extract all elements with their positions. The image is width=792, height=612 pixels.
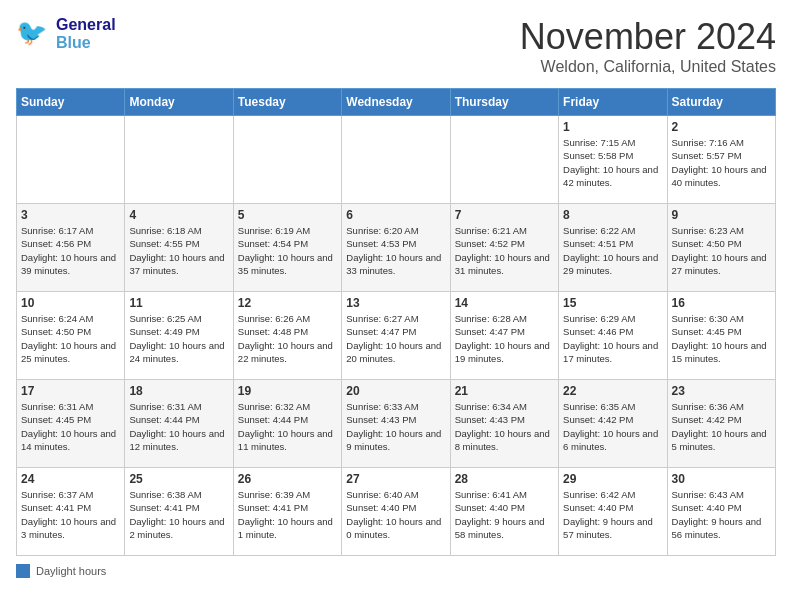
- day-info: Sunrise: 6:38 AM Sunset: 4:41 PM Dayligh…: [129, 488, 228, 541]
- day-number: 6: [346, 208, 445, 222]
- logo-line2: Blue: [56, 34, 116, 52]
- day-number: 10: [21, 296, 120, 310]
- day-info: Sunrise: 6:29 AM Sunset: 4:46 PM Dayligh…: [563, 312, 662, 365]
- day-number: 20: [346, 384, 445, 398]
- day-number: 25: [129, 472, 228, 486]
- day-header-tuesday: Tuesday: [233, 89, 341, 116]
- day-info: Sunrise: 6:40 AM Sunset: 4:40 PM Dayligh…: [346, 488, 445, 541]
- calendar-cell: 3Sunrise: 6:17 AM Sunset: 4:56 PM Daylig…: [17, 204, 125, 292]
- day-info: Sunrise: 6:19 AM Sunset: 4:54 PM Dayligh…: [238, 224, 337, 277]
- day-info: Sunrise: 6:32 AM Sunset: 4:44 PM Dayligh…: [238, 400, 337, 453]
- legend-box: [16, 564, 30, 578]
- calendar-cell: 17Sunrise: 6:31 AM Sunset: 4:45 PM Dayli…: [17, 380, 125, 468]
- week-row-2: 3Sunrise: 6:17 AM Sunset: 4:56 PM Daylig…: [17, 204, 776, 292]
- calendar-cell: 2Sunrise: 7:16 AM Sunset: 5:57 PM Daylig…: [667, 116, 775, 204]
- title-block: November 2024 Weldon, California, United…: [520, 16, 776, 76]
- day-number: 14: [455, 296, 554, 310]
- week-row-4: 17Sunrise: 6:31 AM Sunset: 4:45 PM Dayli…: [17, 380, 776, 468]
- day-info: Sunrise: 6:39 AM Sunset: 4:41 PM Dayligh…: [238, 488, 337, 541]
- day-info: Sunrise: 6:43 AM Sunset: 4:40 PM Dayligh…: [672, 488, 771, 541]
- day-info: Sunrise: 6:42 AM Sunset: 4:40 PM Dayligh…: [563, 488, 662, 541]
- day-info: Sunrise: 6:34 AM Sunset: 4:43 PM Dayligh…: [455, 400, 554, 453]
- day-number: 21: [455, 384, 554, 398]
- day-number: 29: [563, 472, 662, 486]
- day-number: 26: [238, 472, 337, 486]
- day-number: 5: [238, 208, 337, 222]
- week-row-1: 1Sunrise: 7:15 AM Sunset: 5:58 PM Daylig…: [17, 116, 776, 204]
- day-number: 11: [129, 296, 228, 310]
- day-info: Sunrise: 6:31 AM Sunset: 4:44 PM Dayligh…: [129, 400, 228, 453]
- day-number: 30: [672, 472, 771, 486]
- day-info: Sunrise: 6:30 AM Sunset: 4:45 PM Dayligh…: [672, 312, 771, 365]
- day-header-friday: Friday: [559, 89, 667, 116]
- calendar-cell: [342, 116, 450, 204]
- svg-text:🐦: 🐦: [16, 17, 48, 48]
- calendar-cell: 18Sunrise: 6:31 AM Sunset: 4:44 PM Dayli…: [125, 380, 233, 468]
- day-number: 8: [563, 208, 662, 222]
- day-number: 3: [21, 208, 120, 222]
- calendar-body: 1Sunrise: 7:15 AM Sunset: 5:58 PM Daylig…: [17, 116, 776, 556]
- calendar-cell: 7Sunrise: 6:21 AM Sunset: 4:52 PM Daylig…: [450, 204, 558, 292]
- day-info: Sunrise: 7:16 AM Sunset: 5:57 PM Dayligh…: [672, 136, 771, 189]
- day-header-saturday: Saturday: [667, 89, 775, 116]
- day-header-monday: Monday: [125, 89, 233, 116]
- calendar-cell: 20Sunrise: 6:33 AM Sunset: 4:43 PM Dayli…: [342, 380, 450, 468]
- calendar-cell: 29Sunrise: 6:42 AM Sunset: 4:40 PM Dayli…: [559, 468, 667, 556]
- calendar-cell: 25Sunrise: 6:38 AM Sunset: 4:41 PM Dayli…: [125, 468, 233, 556]
- calendar-cell: 14Sunrise: 6:28 AM Sunset: 4:47 PM Dayli…: [450, 292, 558, 380]
- day-info: Sunrise: 6:37 AM Sunset: 4:41 PM Dayligh…: [21, 488, 120, 541]
- day-info: Sunrise: 6:36 AM Sunset: 4:42 PM Dayligh…: [672, 400, 771, 453]
- day-number: 24: [21, 472, 120, 486]
- day-info: Sunrise: 6:18 AM Sunset: 4:55 PM Dayligh…: [129, 224, 228, 277]
- day-header-wednesday: Wednesday: [342, 89, 450, 116]
- day-number: 15: [563, 296, 662, 310]
- calendar-cell: 11Sunrise: 6:25 AM Sunset: 4:49 PM Dayli…: [125, 292, 233, 380]
- calendar-cell: 15Sunrise: 6:29 AM Sunset: 4:46 PM Dayli…: [559, 292, 667, 380]
- month-title: November 2024: [520, 16, 776, 58]
- day-info: Sunrise: 6:35 AM Sunset: 4:42 PM Dayligh…: [563, 400, 662, 453]
- day-info: Sunrise: 6:31 AM Sunset: 4:45 PM Dayligh…: [21, 400, 120, 453]
- day-header-sunday: Sunday: [17, 89, 125, 116]
- calendar-cell: 16Sunrise: 6:30 AM Sunset: 4:45 PM Dayli…: [667, 292, 775, 380]
- day-info: Sunrise: 6:28 AM Sunset: 4:47 PM Dayligh…: [455, 312, 554, 365]
- day-info: Sunrise: 6:17 AM Sunset: 4:56 PM Dayligh…: [21, 224, 120, 277]
- logo-line1: General: [56, 16, 116, 34]
- calendar-cell: 9Sunrise: 6:23 AM Sunset: 4:50 PM Daylig…: [667, 204, 775, 292]
- day-info: Sunrise: 6:22 AM Sunset: 4:51 PM Dayligh…: [563, 224, 662, 277]
- day-info: Sunrise: 6:23 AM Sunset: 4:50 PM Dayligh…: [672, 224, 771, 277]
- calendar-cell: 13Sunrise: 6:27 AM Sunset: 4:47 PM Dayli…: [342, 292, 450, 380]
- day-number: 7: [455, 208, 554, 222]
- day-info: Sunrise: 6:26 AM Sunset: 4:48 PM Dayligh…: [238, 312, 337, 365]
- calendar-cell: 28Sunrise: 6:41 AM Sunset: 4:40 PM Dayli…: [450, 468, 558, 556]
- day-info: Sunrise: 6:20 AM Sunset: 4:53 PM Dayligh…: [346, 224, 445, 277]
- calendar-cell: 8Sunrise: 6:22 AM Sunset: 4:51 PM Daylig…: [559, 204, 667, 292]
- calendar-cell: 4Sunrise: 6:18 AM Sunset: 4:55 PM Daylig…: [125, 204, 233, 292]
- day-number: 18: [129, 384, 228, 398]
- calendar-cell: 30Sunrise: 6:43 AM Sunset: 4:40 PM Dayli…: [667, 468, 775, 556]
- calendar-cell: 5Sunrise: 6:19 AM Sunset: 4:54 PM Daylig…: [233, 204, 341, 292]
- day-number: 22: [563, 384, 662, 398]
- logo-icon: 🐦: [16, 16, 52, 52]
- legend-label: Daylight hours: [36, 565, 106, 577]
- day-number: 2: [672, 120, 771, 134]
- day-number: 27: [346, 472, 445, 486]
- day-info: Sunrise: 6:41 AM Sunset: 4:40 PM Dayligh…: [455, 488, 554, 541]
- page-header: 🐦 General Blue November 2024 Weldon, Cal…: [16, 16, 776, 76]
- calendar-cell: 24Sunrise: 6:37 AM Sunset: 4:41 PM Dayli…: [17, 468, 125, 556]
- calendar-cell: 12Sunrise: 6:26 AM Sunset: 4:48 PM Dayli…: [233, 292, 341, 380]
- day-number: 9: [672, 208, 771, 222]
- calendar-cell: 6Sunrise: 6:20 AM Sunset: 4:53 PM Daylig…: [342, 204, 450, 292]
- calendar-cell: 22Sunrise: 6:35 AM Sunset: 4:42 PM Dayli…: [559, 380, 667, 468]
- day-info: Sunrise: 6:21 AM Sunset: 4:52 PM Dayligh…: [455, 224, 554, 277]
- location-title: Weldon, California, United States: [520, 58, 776, 76]
- calendar-cell: 23Sunrise: 6:36 AM Sunset: 4:42 PM Dayli…: [667, 380, 775, 468]
- calendar-cell: 27Sunrise: 6:40 AM Sunset: 4:40 PM Dayli…: [342, 468, 450, 556]
- day-number: 28: [455, 472, 554, 486]
- day-info: Sunrise: 6:27 AM Sunset: 4:47 PM Dayligh…: [346, 312, 445, 365]
- day-info: Sunrise: 6:24 AM Sunset: 4:50 PM Dayligh…: [21, 312, 120, 365]
- calendar-cell: [17, 116, 125, 204]
- calendar-cell: [125, 116, 233, 204]
- day-number: 23: [672, 384, 771, 398]
- calendar-cell: 1Sunrise: 7:15 AM Sunset: 5:58 PM Daylig…: [559, 116, 667, 204]
- calendar-cell: 19Sunrise: 6:32 AM Sunset: 4:44 PM Dayli…: [233, 380, 341, 468]
